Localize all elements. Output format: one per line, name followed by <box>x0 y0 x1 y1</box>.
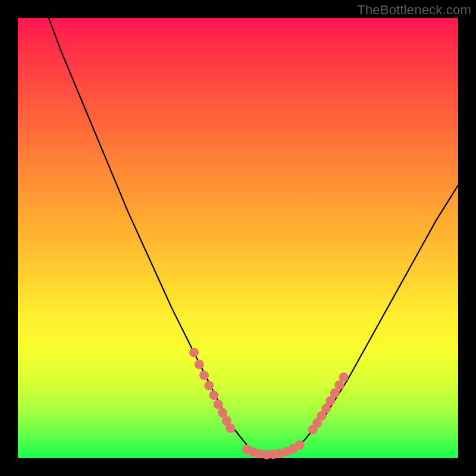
marker-dot <box>195 359 204 369</box>
bottleneck-curve <box>49 18 458 454</box>
watermark-text: TheBottleneck.com <box>357 2 471 18</box>
chart-svg <box>18 18 458 458</box>
marker-dot <box>209 390 218 400</box>
marker-cluster-right <box>308 372 349 434</box>
marker-dot <box>226 424 235 433</box>
marker-dot <box>334 380 344 390</box>
marker-dot <box>189 347 199 357</box>
marker-dot <box>199 371 209 380</box>
marker-dot <box>214 400 223 409</box>
marker-cluster-bottom <box>242 440 305 459</box>
marker-dot <box>204 381 214 390</box>
outer-frame: TheBottleneck.com <box>0 0 476 476</box>
marker-dot <box>339 372 349 382</box>
plot-area <box>18 18 458 458</box>
marker-dot <box>295 440 305 450</box>
